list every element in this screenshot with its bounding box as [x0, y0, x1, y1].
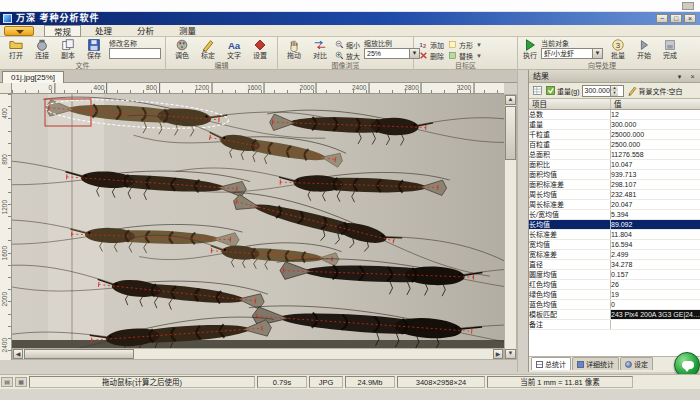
- save-results-icon[interactable]: [545, 85, 556, 96]
- chevron-down-icon[interactable]: ▼: [476, 53, 482, 59]
- table-row-重量[interactable]: 重量300.000: [529, 120, 700, 130]
- target-square-button[interactable]: 方形▼: [448, 39, 482, 50]
- table-row-面积标准差[interactable]: 面积标准差298.107: [529, 180, 700, 190]
- table-row-周长均值[interactable]: 周长均值232.481: [529, 190, 700, 200]
- edit-calibrate-button[interactable]: 标定: [195, 38, 221, 60]
- table-row-宽标准差[interactable]: 宽标准差2.499: [529, 250, 700, 260]
- status-list-icon[interactable]: ▦: [15, 377, 27, 387]
- vruler-tick-800: 800: [0, 154, 10, 165]
- application-window: 万深 考种分析软件 − □ × 常规处理分析测量 打开连接副本保存 修改名称 文…: [0, 0, 700, 400]
- group-label-target: 目标区: [414, 61, 517, 70]
- table-row-红色均值[interactable]: 红色均值26: [529, 280, 700, 290]
- view-drag-button[interactable]: 拖动: [281, 38, 307, 60]
- target-del-button[interactable]: 删除: [419, 50, 444, 61]
- document-tab[interactable]: 01j.jpg[25%]: [2, 71, 64, 83]
- edit-settings-button[interactable]: 设置: [247, 38, 273, 60]
- tab-icon: [536, 361, 543, 368]
- ribbon-group-object: 执行 当前对象 虾/小龙虾 ▼ 3批量开始完成 向导处理: [518, 37, 686, 70]
- minimize-button[interactable]: −: [656, 14, 668, 23]
- target-shape-tools: 方形▼替换▼: [448, 39, 482, 61]
- table-row-面积比[interactable]: 面积比10.047: [529, 160, 700, 170]
- zoom-tools: 缩小放大: [335, 39, 360, 61]
- finish-icon: [663, 38, 677, 52]
- file-copy-button[interactable]: 副本: [55, 38, 81, 60]
- hruler-tick-2800: 2800: [404, 83, 421, 94]
- table-row-面积均值[interactable]: 面积均值939.713: [529, 170, 700, 180]
- table-row-长均值[interactable]: 长均值89.092: [529, 220, 700, 230]
- object-tools: 3批量开始完成: [605, 38, 683, 60]
- table-row-周长标准差[interactable]: 周长标准差20.047: [529, 200, 700, 210]
- target-add-button[interactable]: 12添加: [419, 39, 444, 50]
- batch-icon: 3: [611, 38, 625, 52]
- view-zoomout-button[interactable]: 缩小: [335, 39, 360, 50]
- status-cell-4: 24.9Mb: [345, 376, 395, 388]
- table-row-千粒重[interactable]: 千粒重25000.000: [529, 130, 700, 140]
- hruler-tick-0: 0: [48, 83, 55, 94]
- specimen-photo[interactable]: [12, 94, 504, 348]
- close-button[interactable]: ×: [684, 14, 696, 23]
- view-tools: 拖动对比: [281, 38, 333, 60]
- table-row-模板匹配[interactable]: 模板匹配243 Pix4 200A 3G3 GE|24…: [529, 310, 700, 320]
- app-menu-button[interactable]: [4, 26, 34, 36]
- pin-icon[interactable]: ▾: [674, 71, 685, 81]
- chevron-down-icon[interactable]: ▼: [592, 49, 602, 58]
- object-finish-button[interactable]: 完成: [657, 38, 683, 60]
- execute-button[interactable]: 执行: [521, 38, 539, 60]
- weight-spinner[interactable]: 300.000 ▲▼: [582, 85, 624, 97]
- panel-splitter[interactable]: [517, 70, 528, 372]
- text-icon: Aa: [227, 38, 241, 52]
- file-connect-button[interactable]: 连接: [29, 38, 55, 60]
- maximize-button[interactable]: □: [670, 14, 682, 23]
- edit-palette-button[interactable]: 调色: [169, 38, 195, 60]
- pencil-icon[interactable]: [627, 85, 638, 96]
- drag-icon: [287, 38, 301, 52]
- menu-tab-1[interactable]: 常规: [44, 25, 81, 37]
- horizontal-ruler: 04008001200160020002400280032003600: [12, 83, 504, 94]
- object-start-button[interactable]: 开始: [631, 38, 657, 60]
- table-row-绿色均值[interactable]: 绿色均值19: [529, 290, 700, 300]
- results-panel-title: 结果: [533, 72, 549, 81]
- window-title: 万深 考种分析软件: [16, 12, 100, 25]
- view-compare-button[interactable]: 对比: [307, 38, 333, 60]
- edit-text-button[interactable]: Aa文字: [221, 38, 247, 60]
- panel-tab-2[interactable]: 详细统计: [572, 357, 619, 370]
- view-zoomin-button[interactable]: 放大: [335, 50, 360, 61]
- table-row-百粒重[interactable]: 百粒重2500.000: [529, 140, 700, 150]
- table-row-长标准差[interactable]: 长标准差11.804: [529, 230, 700, 240]
- file-save-button[interactable]: 保存: [81, 38, 107, 60]
- table-row-总面积[interactable]: 总面积11276.558: [529, 150, 700, 160]
- outer-close-icon[interactable]: [682, 2, 694, 10]
- rename-input[interactable]: [109, 48, 161, 59]
- file-open-button[interactable]: 打开: [3, 38, 29, 60]
- panel-tab-3[interactable]: 设定: [620, 357, 653, 370]
- table-row-备注[interactable]: 备注: [529, 320, 700, 330]
- chevron-down-icon[interactable]: ▼: [476, 42, 482, 48]
- close-panel-icon[interactable]: ×: [687, 71, 698, 81]
- menu-tab-4[interactable]: 测量: [170, 25, 205, 37]
- edit-tools: 调色标定Aa文字设置: [169, 38, 273, 60]
- export-table-icon[interactable]: [532, 85, 543, 96]
- table-row-总数[interactable]: 总数12: [529, 110, 700, 120]
- weight-value: 300.000: [585, 86, 610, 96]
- hruler-tick-3200: 3200: [457, 83, 474, 94]
- tray-edge-highlight: [48, 94, 104, 348]
- status-grip-icon[interactable]: ▤: [1, 377, 13, 387]
- table-row-直径[interactable]: 直径34.278: [529, 260, 700, 270]
- menu-tab-3[interactable]: 分析: [128, 25, 163, 37]
- table-row-圆度均值[interactable]: 圆度均值0.157: [529, 270, 700, 280]
- table-row-长/宽均值[interactable]: 长/宽均值5.394: [529, 210, 700, 220]
- object-batch-button[interactable]: 3批量: [605, 38, 631, 60]
- ribbon-toolbar: 打开连接副本保存 修改名称 文件 调色标定Aa文字设置 编辑 拖动对比 缩小放大…: [0, 37, 700, 70]
- current-object-select[interactable]: 虾/小龙虾 ▼: [541, 48, 603, 59]
- target-replace-button[interactable]: 替换▼: [448, 50, 482, 61]
- image-canvas[interactable]: [12, 94, 504, 348]
- table-row-蓝色均值[interactable]: 蓝色均值0: [529, 300, 700, 310]
- menu-tab-2[interactable]: 处理: [86, 25, 121, 37]
- panel-tab-1[interactable]: 总统计: [531, 357, 571, 370]
- horizontal-scrollbar[interactable]: ◀ ▶: [12, 348, 504, 360]
- background-file-label: 背景文件:空白: [639, 86, 683, 96]
- zoom-ratio-select[interactable]: 25% ▼: [364, 48, 420, 59]
- vertical-scrollbar[interactable]: ▲ ▼: [504, 94, 517, 360]
- table-row-宽均值[interactable]: 宽均值16.594: [529, 240, 700, 250]
- weight-label: 重量(g): [557, 86, 580, 96]
